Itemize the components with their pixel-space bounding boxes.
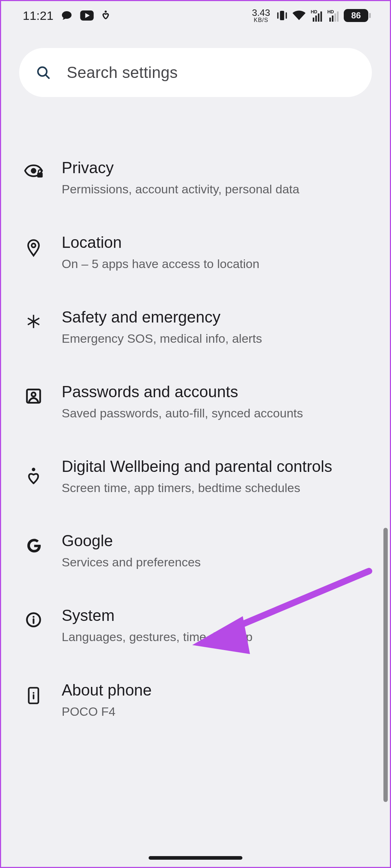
- settings-item-subtitle: Services and preferences: [62, 554, 368, 571]
- settings-item-system[interactable]: System Languages, gestures, time, backup: [1, 588, 390, 663]
- settings-list: Privacy Permissions, account activity, p…: [1, 97, 390, 737]
- svg-text:HD: HD: [327, 9, 334, 14]
- settings-item-subtitle: Emergency SOS, medical info, alerts: [62, 330, 368, 347]
- wifi-icon: [293, 10, 306, 21]
- search-placeholder: Search settings: [67, 63, 178, 82]
- status-clock: 11:21: [23, 9, 53, 23]
- settings-item-title: Privacy: [62, 158, 368, 177]
- settings-item-title: Location: [62, 232, 368, 252]
- settings-item-subtitle: POCO F4: [62, 703, 368, 720]
- location-icon: [26, 239, 41, 257]
- settings-item-subtitle: On – 5 apps have access to location: [62, 256, 368, 272]
- svg-point-6: [31, 168, 36, 174]
- search-settings[interactable]: Search settings: [19, 48, 372, 97]
- settings-item-location[interactable]: Location On – 5 apps have access to loca…: [1, 215, 390, 290]
- wellbeing-mini-icon: [101, 10, 110, 21]
- svg-point-1: [105, 10, 107, 13]
- settings-item-wellbeing[interactable]: Digital Wellbeing and parental controls …: [1, 439, 390, 514]
- account-box-icon: [26, 388, 41, 404]
- battery-indicator: 86: [344, 9, 368, 22]
- signal-sim1-icon: HD: [311, 9, 322, 22]
- settings-item-subtitle: Saved passwords, auto-fill, synced accou…: [62, 405, 368, 422]
- svg-point-10: [32, 393, 36, 396]
- info-icon: [26, 612, 41, 628]
- svg-point-11: [32, 468, 35, 471]
- settings-item-title: Safety and emergency: [62, 307, 368, 327]
- google-g-icon: [25, 537, 42, 554]
- vibrate-icon: [277, 10, 287, 21]
- svg-point-13: [32, 616, 34, 618]
- settings-item-passwords[interactable]: Passwords and accounts Saved passwords, …: [1, 364, 390, 439]
- network-speed: 3.43 KB/S: [252, 8, 270, 23]
- settings-item-title: Google: [62, 531, 368, 551]
- svg-text:HD: HD: [311, 9, 317, 14]
- phone-info-icon: [27, 687, 40, 705]
- status-bar: 11:21 3.43 KB/S HD HD 86: [1, 1, 390, 30]
- settings-item-privacy[interactable]: Privacy Permissions, account activity, p…: [1, 140, 390, 215]
- search-icon: [36, 65, 51, 80]
- settings-item-title: System: [62, 605, 368, 625]
- settings-item-title: About phone: [62, 680, 368, 700]
- signal-sim2-icon: HD: [327, 9, 339, 22]
- gesture-nav-bar[interactable]: [149, 856, 242, 860]
- privacy-icon: [24, 164, 43, 179]
- svg-point-15: [33, 692, 35, 694]
- asterisk-icon: [26, 314, 41, 329]
- svg-rect-2: [280, 11, 284, 20]
- svg-rect-7: [37, 172, 43, 177]
- settings-item-subtitle: Permissions, account activity, personal …: [62, 181, 368, 198]
- settings-item-google[interactable]: Google Services and preferences: [1, 513, 390, 588]
- youtube-icon: [80, 10, 94, 21]
- chat-icon: [61, 10, 73, 21]
- svg-point-8: [32, 244, 36, 247]
- settings-item-title: Digital Wellbeing and parental controls: [62, 456, 368, 476]
- scrollbar-thumb[interactable]: [383, 528, 388, 802]
- settings-item-safety[interactable]: Safety and emergency Emergency SOS, medi…: [1, 290, 390, 364]
- settings-item-about[interactable]: About phone POCO F4: [1, 663, 390, 737]
- settings-item-title: Passwords and accounts: [62, 382, 368, 402]
- settings-item-subtitle: Languages, gestures, time, backup: [62, 629, 368, 645]
- wellbeing-icon: [26, 467, 41, 485]
- settings-item-subtitle: Screen time, app timers, bedtime schedul…: [62, 480, 368, 496]
